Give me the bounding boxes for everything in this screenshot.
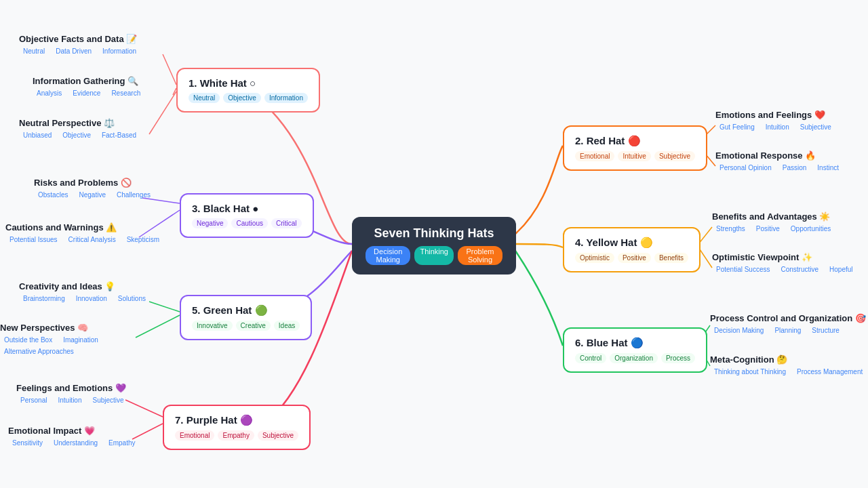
blue-tag-control: Control <box>575 353 606 363</box>
black-tag-cautious: Cautious <box>231 218 267 228</box>
svg-line-0 <box>163 54 176 85</box>
red-info-2: Emotional Response 🔥 Personal Opinion Pa… <box>715 150 843 172</box>
purple-tag-empathy: Empathy <box>218 430 254 441</box>
central-node: Seven Thinking Hats Decision Making Thin… <box>352 217 516 274</box>
green-tag-ideas: Ideas <box>274 321 300 331</box>
blue-tag-process: Process <box>661 353 695 363</box>
white-info-3: Neutral Perspective ⚖️ Unbiased Objectiv… <box>19 118 140 140</box>
blue-hat-node[interactable]: 6. Blue Hat 🔵 Control Organization Proce… <box>563 327 707 373</box>
red-hat-title: 2. Red Hat 🔴 <box>575 135 695 147</box>
tag-thinking: Thinking <box>414 246 454 265</box>
red-hat-tags: Emotional Intuitive Subjective <box>575 151 695 161</box>
red-tag-subjective: Subjective <box>654 151 695 161</box>
purple-hat-tags: Emotional Empathy Subjective <box>175 430 298 441</box>
yellow-tag-positive: Positive <box>618 253 651 263</box>
white-tag-information: Information <box>264 93 308 103</box>
black-tag-negative: Negative <box>192 218 228 228</box>
yellow-info-2: Optimistic Viewpoint ✨ Potential Success… <box>712 252 857 274</box>
purple-tag-emotional: Emotional <box>175 430 214 441</box>
purple-hat-node[interactable]: 7. Purple Hat 🟣 Emotional Empathy Subjec… <box>163 405 311 450</box>
yellow-hat-title: 4. Yellow Hat 🟡 <box>575 237 688 249</box>
black-hat-tags: Negative Cautious Critical <box>192 218 302 228</box>
central-tags: Decision Making Thinking Problem Solving <box>366 246 502 265</box>
black-info-1: Risks and Problems 🚫 Obstacles Negative … <box>34 178 155 199</box>
white-tag-neutral: Neutral <box>189 93 220 103</box>
white-info-2: Information Gathering 🔍 Analysis Evidenc… <box>33 76 144 98</box>
purple-tag-subjective: Subjective <box>258 430 298 441</box>
green-hat-node[interactable]: 5. Green Hat 🟢 Innovative Creative Ideas <box>180 295 312 340</box>
purple-hat-title: 7. Purple Hat 🟣 <box>175 414 298 426</box>
yellow-info-1: Benefits and Advantages ☀️ Strengths Pos… <box>712 211 835 233</box>
purple-info-2: Emotional Impact 💗 Sensitivity Understan… <box>8 426 140 447</box>
red-info-1: Emotions and Feelings ❤️ Gut Feeling Int… <box>715 110 835 131</box>
green-hat-title: 5. Green Hat 🟢 <box>192 304 300 317</box>
yellow-hat-node[interactable]: 4. Yellow Hat 🟡 Optimistic Positive Bene… <box>563 227 701 272</box>
tag-problem-solving: Problem Solving <box>458 246 502 265</box>
blue-hat-title: 6. Blue Hat 🔵 <box>575 337 695 349</box>
white-hat-title: 1. White Hat ○ <box>189 77 308 89</box>
green-info-1: Creativity and Ideas 💡 Brainstorming Inn… <box>19 281 150 303</box>
black-hat-node[interactable]: 3. Black Hat ● Negative Cautious Critica… <box>180 193 314 238</box>
red-tag-intuitive: Intuitive <box>618 151 650 161</box>
yellow-tag-optimistic: Optimistic <box>575 253 614 263</box>
purple-info-1: Feelings and Emotions 💜 Personal Intuiti… <box>16 383 128 405</box>
black-hat-title: 3. Black Hat ● <box>192 203 302 214</box>
red-hat-node[interactable]: 2. Red Hat 🔴 Emotional Intuitive Subject… <box>563 125 707 171</box>
white-hat-node[interactable]: 1. White Hat ○ Neutral Objective Informa… <box>176 68 320 113</box>
blue-hat-tags: Control Organization Process <box>575 353 695 363</box>
svg-line-9 <box>149 302 180 312</box>
blue-info-2: Meta-Cognition 🤔 Thinking about Thinking… <box>710 354 867 376</box>
green-tag-innovative: Innovative <box>192 321 233 331</box>
tag-decision-making: Decision Making <box>366 246 410 265</box>
central-title: Seven Thinking Hats <box>366 226 502 241</box>
green-tag-creative: Creative <box>236 321 271 331</box>
black-info-2: Cautions and Warnings ⚠️ Potential Issue… <box>5 222 163 244</box>
blue-info-1: Process Control and Organization 🎯 Decis… <box>710 313 866 335</box>
svg-line-2 <box>149 92 176 134</box>
yellow-tag-benefits: Benefits <box>654 253 688 263</box>
red-tag-emotional: Emotional <box>575 151 614 161</box>
yellow-hat-tags: Optimistic Positive Benefits <box>575 253 688 263</box>
white-tag-objective: Objective <box>223 93 261 103</box>
green-hat-tags: Innovative Creative Ideas <box>192 321 300 331</box>
green-info-2: New Perspectives 🧠 Outside the Box Imagi… <box>0 323 173 356</box>
blue-tag-organization: Organization <box>610 353 658 363</box>
white-hat-tags: Neutral Objective Information <box>189 93 308 103</box>
black-tag-critical: Critical <box>271 218 302 228</box>
svg-line-13 <box>125 400 163 417</box>
white-info-1: Objective Facts and Data 📝 Neutral Data … <box>19 34 140 56</box>
